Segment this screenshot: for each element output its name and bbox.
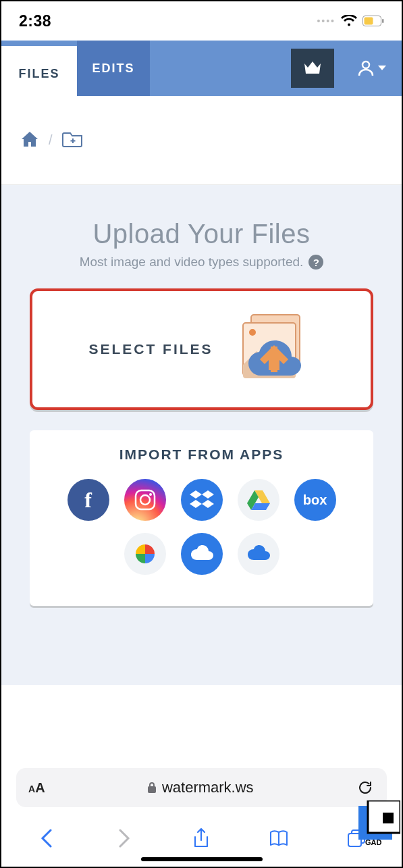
share-icon (192, 827, 210, 849)
app-instagram[interactable] (124, 479, 166, 521)
breadcrumb-home[interactable] (20, 130, 39, 151)
tab-files[interactable]: FILES (1, 46, 77, 101)
onedrive-alt-icon (245, 545, 272, 563)
header-right (291, 41, 402, 96)
reload-button[interactable] (356, 780, 375, 796)
upload-cloud-icon (234, 312, 315, 386)
lock-icon (147, 782, 157, 794)
back-button[interactable] (33, 825, 60, 852)
upload-subtitle-text: Most image and video types supported. (80, 255, 304, 270)
tab-edits[interactable]: EDITS (77, 41, 150, 96)
help-button[interactable]: ? (308, 255, 323, 270)
app-facebook[interactable]: f (68, 479, 109, 521)
cellular-dots-icon: •••• (317, 16, 335, 26)
svg-rect-8 (136, 490, 155, 509)
breadcrumb: / (1, 96, 402, 185)
svg-point-10 (149, 493, 152, 496)
app-box[interactable]: box (294, 479, 336, 521)
google-photos-icon (133, 542, 157, 566)
svg-rect-11 (148, 786, 156, 793)
select-files-label: SELECT FILES (88, 341, 213, 357)
app-dropbox[interactable] (181, 479, 223, 521)
upload-subtitle: Most image and video types supported. ? (12, 255, 391, 270)
address-bar[interactable]: AA watermark.ws (16, 768, 387, 807)
select-files-button[interactable]: SELECT FILES (30, 288, 373, 410)
user-icon (356, 59, 375, 78)
battery-icon (362, 16, 384, 26)
wifi-icon (341, 15, 357, 27)
home-icon (20, 130, 39, 148)
ios-status-bar: 2:38 •••• (1, 1, 402, 41)
folder-add-icon (62, 130, 84, 148)
svg-point-6 (249, 329, 256, 336)
svg-point-9 (140, 495, 150, 505)
app-google-drive[interactable] (238, 479, 279, 521)
main-content: Upload Your Files Most image and video t… (1, 185, 402, 685)
google-drive-icon (246, 489, 271, 511)
app-onedrive-alt[interactable] (238, 533, 279, 575)
import-card: IMPORT FROM APPS f box (30, 430, 373, 606)
svg-rect-2 (382, 19, 384, 23)
url-display[interactable]: watermark.ws (53, 779, 348, 796)
app-onedrive[interactable] (181, 533, 223, 575)
book-icon (269, 829, 289, 847)
home-indicator (141, 857, 263, 861)
svg-text:GAD: GAD (365, 838, 382, 846)
chevron-down-icon (378, 66, 386, 71)
upload-heading: Upload Your Files (12, 219, 391, 249)
status-right: •••• (317, 15, 384, 27)
user-menu-button[interactable] (341, 59, 402, 78)
svg-rect-16 (383, 813, 394, 823)
url-text: watermark.ws (162, 779, 254, 796)
chevron-left-icon (41, 829, 53, 848)
bookmarks-button[interactable] (265, 825, 292, 852)
app-google-photos[interactable] (124, 533, 166, 575)
svg-rect-1 (365, 18, 373, 25)
crown-icon (303, 61, 322, 76)
app-header: FILES EDITS (1, 41, 402, 96)
svg-point-3 (362, 61, 369, 68)
dropbox-icon (190, 489, 214, 511)
forward-button[interactable] (111, 825, 138, 852)
share-button[interactable] (188, 825, 215, 852)
app-row-2 (42, 533, 361, 575)
instagram-icon (134, 488, 157, 511)
safari-chrome: AA watermark.ws (1, 761, 402, 867)
breadcrumb-separator: / (49, 132, 53, 148)
reload-icon (357, 780, 373, 796)
app-row-1: f box (42, 479, 361, 521)
breadcrumb-new-folder[interactable] (62, 130, 84, 151)
onedrive-icon (188, 545, 215, 563)
chevron-right-icon (118, 829, 130, 848)
corner-logo: GAD (353, 800, 400, 848)
text-size-button[interactable]: AA (28, 780, 45, 796)
status-time: 2:38 (19, 12, 51, 30)
premium-button[interactable] (291, 49, 334, 88)
import-title: IMPORT FROM APPS (42, 446, 361, 463)
